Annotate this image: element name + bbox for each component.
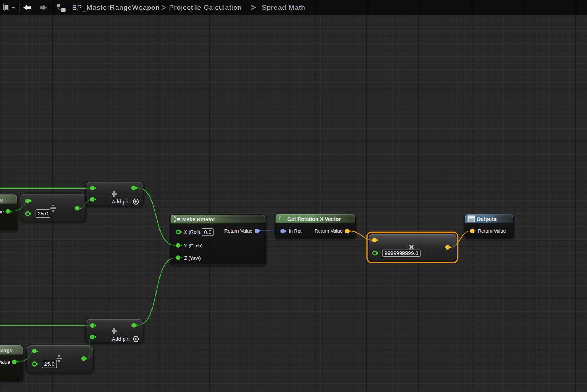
svg-text:ange: ange xyxy=(0,347,12,353)
svg-text:Return Value: Return Value xyxy=(224,228,252,234)
svg-text:e: e xyxy=(0,197,3,203)
svg-text:Return Value: Return Value xyxy=(478,228,506,234)
svg-text:Add pin: Add pin xyxy=(112,336,130,342)
svg-text:Return Value: Return Value xyxy=(315,228,343,234)
svg-text:Spread Math: Spread Math xyxy=(262,4,305,11)
svg-text:9999999999.0: 9999999999.0 xyxy=(385,250,418,256)
svg-text:X (Roll): X (Roll) xyxy=(184,229,201,235)
svg-text:Y (Pitch): Y (Pitch) xyxy=(184,243,203,248)
svg-text:Make Rotator: Make Rotator xyxy=(182,217,215,222)
svg-text:Z (Yaw): Z (Yaw) xyxy=(184,255,201,261)
svg-text:0.0: 0.0 xyxy=(204,229,211,235)
svg-text:Add pin: Add pin xyxy=(112,199,130,205)
svg-text:Projectile Calculation: Projectile Calculation xyxy=(169,4,242,11)
svg-text:25.0: 25.0 xyxy=(44,361,54,367)
svg-text:Get Rotation X Vector: Get Rotation X Vector xyxy=(287,216,341,222)
svg-text:Value: Value xyxy=(0,359,10,365)
svg-text:Outputs: Outputs xyxy=(477,216,497,222)
svg-text:Return Value: Return Value xyxy=(0,209,4,214)
svg-text:BP_MasterRangeWeapon: BP_MasterRangeWeapon xyxy=(72,4,160,12)
svg-text:25.0: 25.0 xyxy=(38,210,48,217)
svg-text:In Rot: In Rot xyxy=(289,228,302,234)
